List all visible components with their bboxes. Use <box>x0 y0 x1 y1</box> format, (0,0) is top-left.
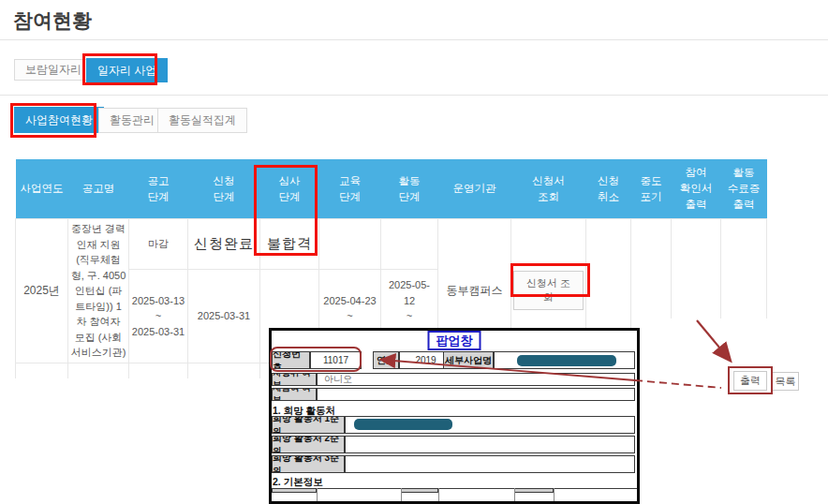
rejoin-label: 재참여 여부 <box>272 388 317 401</box>
page-title: 참여현황 <box>13 7 92 34</box>
cell-review-stage: 불합격 <box>260 219 319 270</box>
cell-notice-title: 중장년 경력 인재 지원(직무체험형, 구. 4050인턴십 (파트타임)) 1… <box>68 219 129 363</box>
col-certificate-print: 활동 수료증 출력 <box>721 159 767 219</box>
wish-3-value <box>345 455 635 473</box>
tab-label: 보람일자리 <box>25 62 81 78</box>
wish-1-label: 희망 활동처 1순위 <box>272 416 345 434</box>
application-popup: 팝업창 신청번호 11017 연도 2019 세부사업명 차상위 여부 아니오 … <box>269 328 640 504</box>
col-cancel: 신청 취소 <box>586 159 631 219</box>
subtab-label: 사업참여현황 <box>25 112 93 128</box>
popup-title: 팝업창 <box>428 331 481 350</box>
col-notice-stage: 공고 단계 <box>129 159 188 219</box>
clipped-table-cell <box>401 488 438 493</box>
redaction-bar <box>517 355 616 366</box>
subtab-label: 활동실적집계 <box>169 112 236 128</box>
cell-year: 2025년 <box>16 219 68 363</box>
col-notice: 공고명 <box>68 159 129 219</box>
subtab-activity-stats[interactable]: 활동실적집계 <box>157 108 247 133</box>
list-button[interactable]: 목록 <box>772 372 799 391</box>
col-dropout: 중도 포기 <box>631 159 672 219</box>
col-year: 사업연도 <box>16 159 68 219</box>
popup-section2-title: 2. 기본정보 <box>273 476 323 489</box>
white-overlay <box>640 319 828 504</box>
year-label: 연도 <box>373 351 399 369</box>
redaction-bar <box>354 419 452 430</box>
col-apply-stage: 신청 단계 <box>188 159 260 219</box>
table-row: 2025년 중장년 경력 인재 지원(직무체험형, 구. 4050인턴십 (파트… <box>16 219 767 270</box>
application-no-label: 신청번호 <box>272 351 310 369</box>
subtab-label: 활동관리 <box>110 112 155 128</box>
wish-2-value <box>345 436 635 453</box>
tab-label: 일자리 사업 <box>97 63 156 79</box>
divider <box>0 95 828 96</box>
cell-notice-stage: 마감 <box>129 219 188 270</box>
col-edu-stage: 교육 단계 <box>319 159 381 219</box>
cell-notice-period: 2025-03-13 ~ 2025-03-31 <box>129 270 188 363</box>
wish-2-label: 희망 활동처 2순위 <box>272 436 345 453</box>
tab-job-programs[interactable]: 일자리 사업 <box>86 58 168 82</box>
cell-activity-stage <box>381 219 438 270</box>
table-header-row: 사업연도 공고명 공고 단계 신청 단계 심사 단계 교육 단계 활동 단계 운… <box>16 159 767 219</box>
clipped-table-cell <box>514 488 554 493</box>
cell-apply-stage: 신청완료 <box>188 219 260 270</box>
wish-3-label: 희망 활동처 3순위 <box>272 455 345 473</box>
subtab-activity-management[interactable]: 활동관리 <box>98 108 166 133</box>
print-button[interactable]: 출력 <box>733 371 767 391</box>
subtab-program-participation[interactable]: 사업참여현황 <box>14 107 104 133</box>
clipped-table-cell <box>272 488 317 493</box>
rejoin-value <box>317 388 635 401</box>
col-organization: 운영기관 <box>438 159 511 219</box>
application-no-value: 11017 <box>310 351 362 369</box>
col-review-stage: 심사 단계 <box>260 159 319 219</box>
cell-edu-stage <box>319 219 381 270</box>
participation-status-page: 참여현황 보람일자리 일자리 사업 사업참여현황 활동관리 활동실적집계 사업연… <box>0 0 828 504</box>
low-income-label: 차상위 여부 <box>272 373 317 386</box>
col-confirmation-print: 참여 확인서 출력 <box>672 159 721 219</box>
col-view-application: 신청서 조회 <box>511 159 586 219</box>
divider <box>0 39 828 40</box>
view-application-button[interactable]: 신청서 조회 <box>513 271 584 310</box>
col-activity-stage: 활동 단계 <box>381 159 438 219</box>
cell-apply-date: 2025-03-31 <box>188 270 260 363</box>
print-button-label: 출력 <box>740 374 761 388</box>
tab-boram-jobs[interactable]: 보람일자리 <box>14 59 93 81</box>
low-income-value: 아니오 <box>317 373 635 386</box>
clipped-table-border <box>272 488 637 489</box>
sub-project-label: 세부사업명 <box>443 351 494 369</box>
list-button-label: 목록 <box>776 375 796 389</box>
